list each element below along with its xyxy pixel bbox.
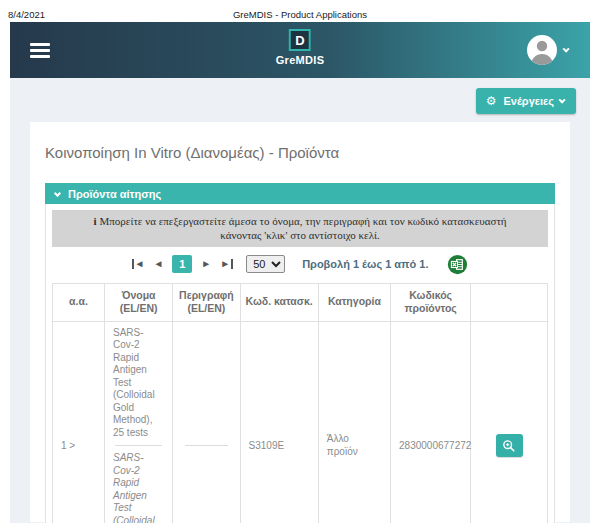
col-header-index: α.α. — [53, 283, 105, 321]
col-header-manufacturer-code: Κωδ. κατασκ. — [240, 283, 318, 321]
current-page-button[interactable]: 1 — [172, 255, 192, 273]
actions-row: ⚙ Ενέργειες — [10, 88, 590, 114]
view-product-button[interactable] — [496, 434, 523, 457]
table-row: 1 > SARS-Cov-2 Rapid Antigen Test (Collo… — [53, 321, 548, 523]
chevron-down-icon — [563, 45, 570, 52]
pagination-summary: Προβολή 1 έως 1 από 1. — [302, 258, 428, 270]
app-logo[interactable]: D GreMDIS — [276, 29, 325, 66]
col-header-description: Περιγραφή (EL/EN) — [173, 283, 240, 321]
cell-manufacturer-code[interactable]: S3109E — [240, 321, 318, 523]
product-name-el[interactable]: SARS-Cov-2 Rapid Antigen Test (Colloidal… — [113, 327, 164, 440]
products-panel-title: Προϊόντα αίτησης — [68, 188, 161, 200]
cell-product-code: 2830000677272 — [391, 321, 471, 523]
cell-product-description[interactable] — [173, 321, 240, 523]
col-header-actions — [471, 283, 548, 321]
excel-icon — [447, 254, 468, 275]
brand-name: GreMDIS — [276, 54, 325, 66]
products-panel-header[interactable]: Προϊόντα αίτησης — [45, 183, 555, 204]
description-divider — [185, 445, 227, 446]
name-divider — [115, 445, 162, 446]
hamburger-menu-icon[interactable] — [30, 40, 50, 61]
page-card: Κοινοποίηση In Vitro (Διανομέας) - Προϊό… — [30, 122, 570, 522]
first-page-button[interactable]: ◄ — [132, 259, 145, 269]
logo-letter: D — [289, 29, 311, 51]
product-name-en[interactable]: SARS-Cov-2 Rapid Antigen Test (Colloidal… — [113, 452, 164, 523]
pagination-bar: ◄ ◄ 1 ► ► 50 Προβολή 1 έως 1 από 1. — [52, 247, 548, 281]
next-page-button[interactable]: ► — [201, 259, 211, 269]
user-avatar[interactable] — [527, 35, 557, 65]
products-panel-body: iΜπορείτε να επεξεργαστείτε άμεσα το όνο… — [45, 204, 555, 523]
cell-actions — [471, 321, 548, 523]
magnifier-plus-icon — [502, 439, 516, 453]
page-title: Κοινοποίηση In Vitro (Διανομέας) - Προϊό… — [45, 144, 555, 161]
print-date: 8/4/2021 — [8, 9, 180, 20]
products-table: α.α. Όνομα (EL/EN) Περιγραφή (EL/EN) Κωδ… — [52, 283, 548, 523]
page-size-select[interactable]: 50 — [246, 255, 285, 273]
prev-page-button[interactable]: ◄ — [153, 259, 163, 269]
cell-product-name[interactable]: SARS-Cov-2 Rapid Antigen Test (Colloidal… — [104, 321, 172, 523]
chevron-down-icon — [559, 96, 566, 103]
print-header: 8/4/2021 GreMDIS - Product Applications — [0, 0, 600, 22]
cell-row-index: 1 > — [53, 321, 105, 523]
content-area: ⚙ Ενέργειες Κοινοποίηση In Vitro (Διανομ… — [10, 78, 590, 523]
col-header-category: Κατηγορία — [318, 283, 390, 321]
app-header-bar: D GreMDIS — [10, 22, 590, 78]
info-text: Μπορείτε να επεξεργαστείτε άμεσα το όνομ… — [99, 215, 506, 241]
user-menu[interactable] — [527, 35, 570, 65]
collapse-chevron-icon — [54, 190, 61, 197]
products-panel: Προϊόντα αίτησης iΜπορείτε να επεξεργαστ… — [45, 183, 555, 523]
table-header-row: α.α. Όνομα (EL/EN) Περιγραφή (EL/EN) Κωδ… — [53, 283, 548, 321]
actions-button[interactable]: ⚙ Ενέργειες — [476, 88, 576, 114]
info-icon: i — [93, 215, 96, 227]
actions-button-label: Ενέργειες — [503, 95, 554, 107]
print-title: GreMDIS - Product Applications — [180, 9, 420, 20]
cell-category: Άλλο προϊόν — [318, 321, 390, 523]
info-banner: iΜπορείτε να επεξεργαστείτε άμεσα το όνο… — [52, 210, 548, 247]
col-header-product-code: Κωδικός προϊόντος — [391, 283, 471, 321]
export-excel-button[interactable] — [447, 254, 468, 275]
col-header-name: Όνομα (EL/EN) — [104, 283, 172, 321]
cogs-icon: ⚙ — [486, 95, 497, 107]
person-icon — [527, 35, 557, 65]
app-window: D GreMDIS ⚙ Ενέργειες Κοινοποίηση In Vit… — [10, 22, 590, 523]
last-page-button[interactable]: ► — [220, 259, 233, 269]
